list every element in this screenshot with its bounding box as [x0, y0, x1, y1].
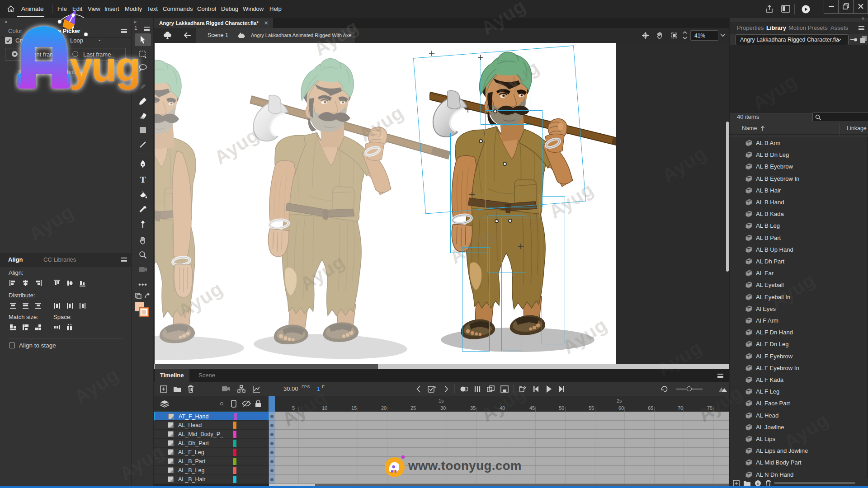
- svg-text:yug: yug: [70, 44, 140, 90]
- svg-text:A: A: [434, 385, 436, 389]
